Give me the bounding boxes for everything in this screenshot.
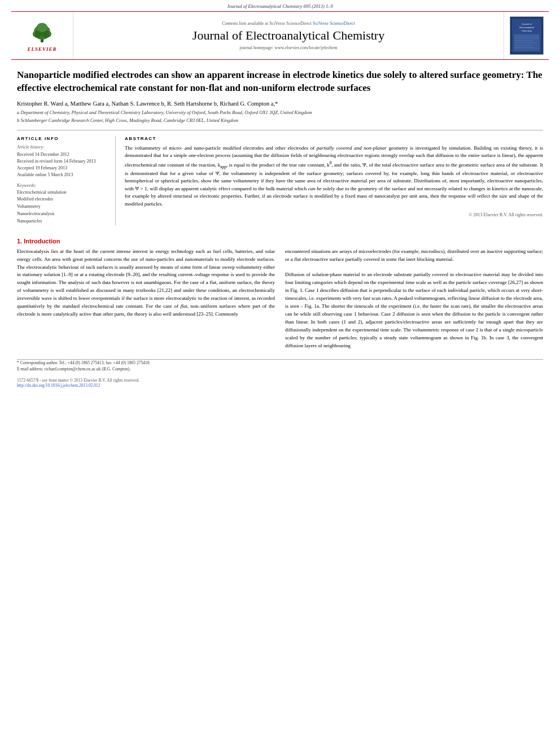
journal-header: ELSEVIER Contents lists available at Sci… — [11, 11, 549, 60]
journal-cover-image: Journal of Electroanalytical Chemistry — [510, 16, 544, 55]
keywords-label: Keywords: — [17, 183, 108, 188]
introduction-section: 1. Introduction Electrocatalysis lies at… — [0, 231, 560, 356]
journal-citation: Journal of Electroanalytical Chemistry 6… — [227, 3, 333, 9]
page-wrapper: Journal of Electroanalytical Chemistry 6… — [0, 0, 560, 391]
svg-text:Chemistry: Chemistry — [521, 29, 531, 32]
svg-text:Electroanalytical: Electroanalytical — [519, 27, 534, 29]
introduction-title: 1. Introduction — [17, 238, 543, 244]
received-date: Received 14 December 2012 — [17, 151, 108, 158]
journal-homepage-line: journal homepage: www.elsevier.com/locat… — [239, 45, 337, 50]
article-content: Nanoparticle modified electrodes can sho… — [0, 60, 560, 231]
info-abstract-columns: ARTICLE INFO Article history: Received 1… — [17, 136, 543, 225]
keyword-4: Nanoelectrocatalysis — [17, 211, 108, 218]
accepted-date: Accepted 19 February 2013 — [17, 165, 108, 172]
footnote-area: * Corresponding author. Tel.: +44 (0) 18… — [0, 356, 560, 373]
affiliation-b: b Schlumberger Cambridge Research Center… — [17, 117, 543, 124]
issn-line: 1572-6657/$ - see front matter © 2013 El… — [17, 378, 139, 388]
keyword-3: Voltammetry — [17, 203, 108, 211]
abstract-label: ABSTRACT — [125, 136, 543, 141]
issn-text: 1572-6657/$ - see front matter © 2013 El… — [17, 378, 139, 383]
sciverse-line: Contents lists available at SciVerse Sci… — [222, 21, 355, 26]
keywords-list: Electrochemical simulation Modified elec… — [17, 189, 108, 225]
sciverse-link[interactable]: SciVerse ScienceDirect — [313, 21, 355, 26]
keyword-5: Nanoparticles — [17, 218, 108, 225]
elsevier-tree-icon — [27, 19, 58, 45]
corresponding-author-note: * Corresponding author. Tel.: +44 (0) 18… — [17, 360, 543, 366]
article-info-column: ARTICLE INFO Article history: Received 1… — [17, 136, 116, 225]
article-title: Nanoparticle modified electrodes can sho… — [17, 69, 543, 95]
intro-text-right: encountered situations are arrays of mic… — [285, 248, 543, 350]
received-revised-date: Received in revised form 14 February 201… — [17, 158, 108, 165]
journal-cover-box: Journal of Electroanalytical Chemistry — [504, 12, 549, 59]
copyright-notice: © 2013 Elsevier B.V. All rights reserved… — [125, 212, 543, 217]
email-note: E-mail address: richard.compton@chem.ox.… — [17, 366, 543, 372]
abstract-column: ABSTRACT The voltammetry of micro- and n… — [125, 136, 543, 225]
svg-rect-10 — [514, 34, 540, 51]
journal-main-title: Journal of Electroanalytical Chemistry — [193, 28, 384, 43]
journal-top-bar: Journal of Electroanalytical Chemistry 6… — [0, 0, 560, 11]
history-label: Article history: — [17, 145, 108, 150]
keyword-1: Electrochemical simulation — [17, 189, 108, 196]
elsevier-logo-box: ELSEVIER — [11, 12, 73, 59]
available-date: Available online 5 March 2013 — [17, 172, 108, 178]
elsevier-brand: ELSEVIER — [27, 46, 56, 52]
intro-col-left: Electrocatalysis lies at the heart of th… — [17, 248, 275, 350]
article-info-label: ARTICLE INFO — [17, 136, 108, 141]
affiliation-a: a Department of Chemistry, Physical and … — [17, 110, 543, 116]
article-authors: Kristopher R. Ward a, Matthew Gara a, Na… — [17, 101, 543, 107]
abstract-text: The voltammetry of micro- and nano-parti… — [125, 145, 543, 208]
intro-text-left: Electrocatalysis lies at the heart of th… — [17, 248, 275, 318]
intro-col-right: encountered situations are arrays of mic… — [285, 248, 543, 350]
doi-text: http://dx.doi.org/10.1016/j.jelechem.201… — [17, 383, 139, 388]
keyword-2: Modified electrodes — [17, 196, 108, 203]
svg-text:Journal of: Journal of — [522, 23, 532, 25]
doi-link[interactable]: http://dx.doi.org/10.1016/j.jelechem.201… — [17, 383, 100, 388]
svg-point-4 — [37, 23, 48, 32]
journal-title-center: Contents lists available at SciVerse Sci… — [73, 12, 504, 59]
introduction-columns: Electrocatalysis lies at the heart of th… — [17, 248, 543, 350]
divider — [17, 130, 543, 130]
footer-bar: 1572-6657/$ - see front matter © 2013 El… — [0, 374, 560, 391]
